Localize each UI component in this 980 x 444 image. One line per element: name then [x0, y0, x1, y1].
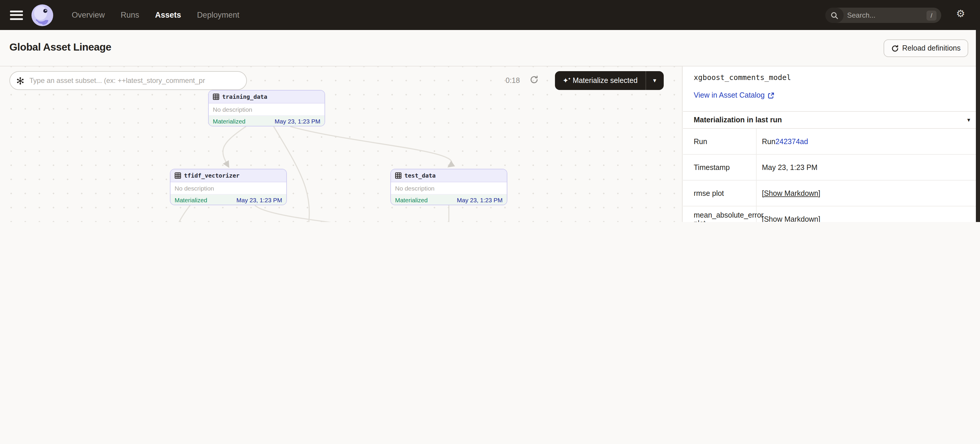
lineage-edge-tfidf_vectorizer-to-transformed_test_data — [255, 205, 444, 222]
value-text: Run — [762, 137, 775, 146]
top-nav: OverviewRunsAssetsDeployment / ⚙ — [0, 0, 980, 30]
metadata-table: RunRun 242374adTimestampMay 23, 1:23 PMr… — [683, 129, 980, 222]
metadata-row-label: Timestamp — [683, 155, 757, 180]
metadata-row-value: Run 242374ad — [757, 129, 980, 154]
metadata-row-value: May 23, 1:23 PM — [757, 155, 980, 180]
asset-node-footer: MaterializedMay 23, 1:23 PM — [391, 195, 507, 205]
materialized-status: Materialized — [175, 197, 207, 203]
metadata-row-mean_absolute_error-plot: mean_absolute_error plot[Show Markdown] — [683, 207, 980, 222]
asset-node-header: training_data — [209, 91, 325, 103]
app-window: OverviewRunsAssetsDeployment / ⚙ Global … — [0, 0, 980, 222]
asset-node-footer: MaterializedMay 23, 1:23 PM — [170, 195, 286, 205]
run-id-link[interactable]: 242374ad — [775, 137, 808, 146]
materialized-timestamp: May 23, 1:23 PM — [275, 118, 320, 124]
materialized-timestamp: May 23, 1:23 PM — [457, 197, 503, 203]
value-link[interactable]: [Show Markdown] — [762, 215, 820, 222]
materialized-status: Materialized — [395, 197, 428, 203]
page-title: Global Asset Lineage — [10, 41, 111, 54]
asset-node-footer: MaterializedMay 23, 1:23 PM — [209, 116, 325, 126]
metadata-row-label: mean_absolute_error plot — [683, 207, 757, 222]
refresh-timer: 0:18 — [506, 76, 520, 85]
lineage-edge-training_data-to-test_data — [290, 126, 452, 166]
value-text: May 23, 1:23 PM — [762, 163, 818, 172]
section-title: Materialization in last run — [694, 116, 782, 124]
page-header: Global Asset Lineage Reload definitions — [0, 30, 980, 67]
nav-tab-deployment[interactable]: Deployment — [197, 11, 239, 19]
lineage-edge-training_data-to-tfidf_vectorizer — [223, 126, 246, 166]
dagster-logo-icon[interactable] — [31, 4, 54, 26]
nav-tab-overview[interactable]: Overview — [72, 11, 105, 19]
metadata-row-label: rmse plot — [683, 181, 757, 206]
asset-description: No description — [170, 182, 286, 195]
selected-asset-name: xgboost_comments_model — [694, 73, 791, 82]
materialized-timestamp: May 23, 1:23 PM — [236, 197, 282, 203]
external-link-icon — [767, 92, 774, 99]
table-icon — [175, 172, 181, 179]
metadata-row-timestamp: TimestampMay 23, 1:23 PM — [683, 155, 980, 181]
chevron-down-icon: ▼ — [966, 117, 971, 123]
asset-node-header: tfidf_vectorizer — [170, 169, 286, 182]
asset-description: No description — [209, 103, 325, 116]
catalog-link-label: View in Asset Catalog — [694, 91, 765, 99]
view-in-asset-catalog-link[interactable]: View in Asset Catalog — [694, 91, 774, 99]
nav-tab-assets[interactable]: Assets — [155, 11, 181, 19]
sparkle-icon: ✦✦ — [563, 77, 568, 84]
reload-definitions-button[interactable]: Reload definitions — [883, 40, 968, 57]
value-link[interactable]: [Show Markdown] — [762, 189, 820, 197]
asset-subset-filter[interactable] — [10, 71, 247, 90]
lineage-edge-tfidf_vectorizer-to-latest_comment_predictions — [172, 205, 298, 222]
reload-icon — [891, 45, 899, 52]
window-scrollbar[interactable] — [976, 30, 980, 222]
materialize-selected-label: Materialize selected — [573, 76, 638, 85]
materialized-status: Materialized — [213, 118, 245, 124]
asset-node-test_data[interactable]: test_dataNo descriptionMaterializedMay 2… — [390, 169, 508, 205]
reload-definitions-label: Reload definitions — [902, 44, 961, 53]
materialize-options-caret[interactable]: ▼ — [646, 78, 663, 83]
asset-details-panel: xgboost_comments_model View in Asset Cat… — [683, 67, 980, 222]
search-input[interactable] — [846, 11, 918, 20]
asset-name: tfidf_vectorizer — [184, 172, 240, 179]
search-icon — [826, 8, 843, 23]
table-icon — [213, 94, 219, 100]
asset-graph-icon — [16, 77, 24, 84]
asset-description: No description — [391, 182, 507, 195]
table-icon — [395, 172, 401, 179]
refresh-icon[interactable] — [530, 75, 538, 86]
metadata-row-rmse-plot: rmse plot[Show Markdown] — [683, 181, 980, 207]
search-box[interactable]: / — [826, 8, 941, 23]
asset-subset-input[interactable] — [28, 76, 240, 85]
asset-node-training_data[interactable]: training_dataNo descriptionMaterializedM… — [208, 90, 325, 126]
asset-name: test_data — [404, 172, 436, 179]
metadata-row-run: RunRun 242374ad — [683, 129, 980, 155]
asset-name: training_data — [222, 94, 267, 100]
metadata-row-value: [Show Markdown] — [757, 207, 980, 222]
nav-tab-runs[interactable]: Runs — [121, 11, 139, 19]
menu-icon[interactable] — [10, 10, 23, 20]
metadata-row-label: Run — [683, 129, 757, 154]
asset-node-tfidf_vectorizer[interactable]: tfidf_vectorizerNo descriptionMaterializ… — [170, 169, 287, 205]
nav-tabs: OverviewRunsAssetsDeployment — [72, 11, 239, 19]
settings-gear-icon[interactable]: ⚙ — [954, 8, 967, 21]
section-materialization-last-run[interactable]: Materialization in last run ▼ — [683, 111, 980, 129]
materialize-selected-split-button: ✦✦ Materialize selected ▼ — [555, 71, 663, 90]
materialize-selected-button[interactable]: ✦✦ Materialize selected — [555, 76, 645, 85]
asset-node-header: test_data — [391, 169, 507, 182]
search-shortcut-badge: / — [926, 10, 937, 20]
metadata-row-value: [Show Markdown] — [757, 181, 980, 206]
